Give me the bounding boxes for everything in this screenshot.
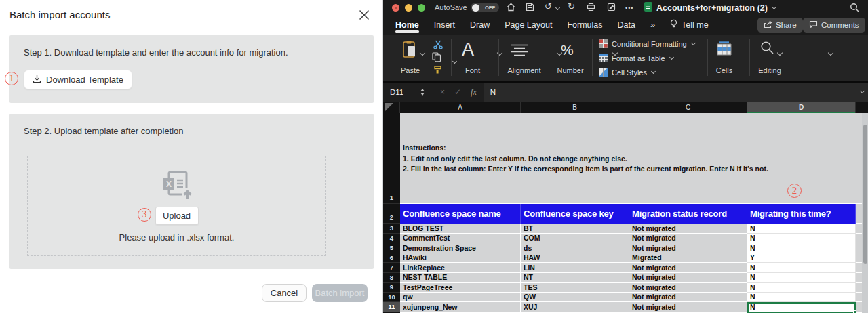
comments-button[interactable]: Comments [803, 18, 865, 33]
row-header-5[interactable]: 5 [383, 243, 400, 253]
cell-d5[interactable]: N [747, 243, 856, 253]
cell-b3[interactable]: BT [521, 224, 629, 234]
tab-formulas[interactable]: Formulas [567, 16, 602, 34]
tab-insert[interactable]: Insert [434, 16, 455, 34]
cell-b9[interactable]: TES [521, 283, 629, 293]
cell-c10[interactable]: Not migrated [629, 293, 747, 303]
minimize-window-button[interactable] [405, 4, 412, 12]
column-header-c[interactable]: C [629, 102, 747, 113]
batch-import-button[interactable]: Batch import [312, 284, 368, 302]
formula-bar-expand-chevron[interactable] [857, 83, 868, 102]
tell-me-control[interactable]: Tell me [670, 19, 709, 31]
cell-d7[interactable]: N [747, 263, 856, 273]
cells-icon[interactable] [717, 41, 732, 58]
cell-c7[interactable]: Not migrated [629, 263, 747, 273]
row-header-11-selected[interactable]: 11 [383, 302, 400, 312]
cell-c3[interactable]: Not migrated [629, 224, 747, 234]
number-icon[interactable]: % [561, 42, 574, 58]
cell-d6[interactable]: Y [747, 253, 856, 264]
cell-d4[interactable]: N [747, 234, 856, 244]
cell-c9[interactable]: Not migrated [629, 283, 747, 293]
column-header-a[interactable]: A [400, 102, 521, 113]
tab-data[interactable]: Data [617, 16, 635, 34]
cell-b10[interactable]: QW [521, 293, 629, 303]
more-toolbar-icon[interactable]: ••• [625, 5, 633, 12]
cell-a7[interactable]: LinkReplace [400, 263, 521, 273]
cell-c4[interactable]: Not migrated [629, 234, 747, 244]
cell-a4[interactable]: CommentTest [400, 234, 521, 244]
alignment-icon[interactable] [511, 44, 528, 60]
header-cell-migrating[interactable]: Migrating this time? [747, 204, 856, 224]
close-icon[interactable] [358, 9, 370, 21]
undo-menu-chevron[interactable] [555, 6, 561, 12]
close-window-button[interactable] [392, 4, 399, 12]
format-as-table-button[interactable]: Format as Table [599, 54, 675, 62]
cell-d9[interactable]: N [747, 283, 856, 293]
cell-c11[interactable]: Not migrated [629, 302, 747, 312]
cell-a10[interactable]: qw [400, 293, 521, 303]
print-icon[interactable] [587, 3, 595, 12]
conditional-formatting-button[interactable]: Conditional Formatting [599, 39, 696, 48]
cell-a11[interactable]: xujunpeng_New [400, 302, 521, 312]
scrollbar-thumb[interactable] [863, 125, 867, 264]
header-cell-status[interactable]: Migration status record [629, 204, 747, 224]
cell-a6[interactable]: HAwiki [400, 253, 521, 264]
editing-icon[interactable] [760, 41, 774, 58]
row-header-3[interactable]: 3 [383, 224, 400, 234]
paste-chevron-icon[interactable] [420, 51, 425, 56]
cell-b8[interactable]: NT [521, 273, 629, 283]
row-header-2[interactable]: 2 [383, 204, 400, 224]
row-header-10[interactable]: 10 [383, 293, 400, 303]
cell-styles-button[interactable]: Cell Styles [599, 68, 656, 77]
cell-b11[interactable]: XUJ [521, 302, 629, 312]
tab-page-layout[interactable]: Page Layout [505, 16, 552, 34]
editing-chevron-icon[interactable] [828, 51, 833, 56]
row-header-6[interactable]: 6 [383, 253, 400, 264]
tab-home[interactable]: Home [395, 16, 419, 34]
name-box[interactable]: D11 [383, 88, 417, 96]
font-icon[interactable]: A [462, 40, 474, 59]
cut-icon[interactable] [433, 40, 443, 52]
format-painter-icon[interactable] [433, 65, 443, 77]
select-all-button[interactable] [383, 102, 400, 113]
copy-chevron-icon[interactable] [452, 60, 458, 65]
row-header-7[interactable]: 7 [383, 263, 400, 273]
header-cell-space-key[interactable]: Confluence space key [521, 204, 629, 224]
cell-d11-selected[interactable]: N [747, 302, 856, 312]
cell-d3[interactable]: N [747, 224, 856, 234]
cell-c8[interactable]: Not migrated [629, 273, 747, 283]
vertical-scrollbar[interactable] [862, 113, 868, 313]
cell-c6[interactable]: Migrated [629, 253, 747, 264]
search-icon[interactable] [850, 3, 859, 12]
download-template-button[interactable]: Download Template [24, 70, 132, 89]
autosave-toggle[interactable]: OFF [471, 3, 499, 12]
row-header-1[interactable]: 1 [383, 113, 400, 204]
cell-b4[interactable]: COM [521, 234, 629, 244]
insert-function-icon[interactable]: fx [471, 87, 477, 98]
upload-dropzone[interactable]: X Upload Please upload in .xlsx format. [27, 156, 326, 256]
cell-b6[interactable]: HAW [521, 253, 629, 264]
formula-input[interactable]: N [484, 83, 857, 102]
save-icon[interactable] [526, 3, 534, 12]
copy-icon[interactable] [432, 52, 441, 65]
document-title-group[interactable]: Accounts+for+migration (2) [644, 2, 777, 14]
row-header-4[interactable]: 4 [383, 234, 400, 244]
undo-icon[interactable]: ↺ [545, 2, 552, 12]
cancel-button[interactable]: Cancel [262, 284, 307, 302]
header-cell-space-name[interactable]: Confluence space name [400, 204, 521, 224]
formula-cancel-icon[interactable]: × [440, 87, 445, 97]
home-icon[interactable] [507, 3, 515, 12]
cell-a8[interactable]: NEST TABLE [400, 273, 521, 283]
cell-b7[interactable]: LIN [521, 263, 629, 273]
formula-enter-icon[interactable]: ✓ [454, 87, 461, 97]
column-header-d-selected[interactable]: D [747, 102, 856, 113]
column-header-b[interactable]: B [521, 102, 629, 113]
name-box-spinner[interactable] [417, 89, 428, 96]
zoom-window-button[interactable] [418, 4, 425, 12]
cell-b5[interactable]: ds [521, 243, 629, 253]
redo-icon[interactable]: ↻ [568, 2, 575, 12]
cell-a5[interactable]: Demonstration Space [400, 243, 521, 253]
cell-d10[interactable]: N [747, 293, 856, 303]
paste-icon[interactable] [402, 40, 417, 61]
cell-a9[interactable]: TestPageTreee [400, 283, 521, 293]
